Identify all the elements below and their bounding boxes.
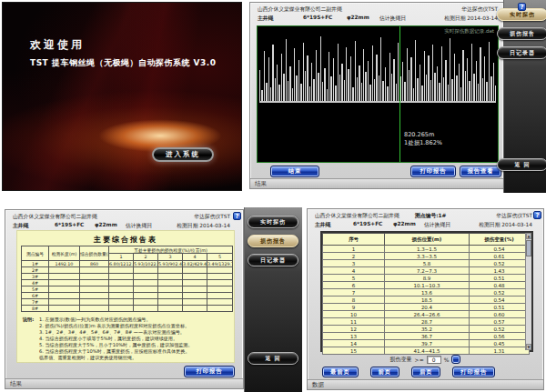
scroll-up-icon[interactable]: ▲	[526, 233, 531, 239]
stop-button[interactable]: 结束	[270, 166, 319, 177]
waveform-bar	[369, 85, 370, 101]
table-cell	[183, 286, 207, 293]
nav-button-3[interactable]: 打印报告	[452, 367, 495, 377]
table-row[interactable]: 1026.4~26.60.60	[323, 311, 530, 318]
table-cell: 20.4	[385, 304, 470, 311]
help-icon[interactable]: ?	[233, 212, 241, 220]
waveform-bar	[428, 55, 429, 101]
back-button[interactable]: 返 回	[248, 352, 298, 365]
table-row[interactable]: 1128.70.57	[323, 318, 530, 326]
table-cell	[183, 293, 207, 299]
menu-item-2[interactable]: 日记录器	[248, 254, 298, 266]
sidebar-menu-realtime: 实时探伤损伤报告日记录器返 回	[503, 0, 546, 193]
menu-item-1[interactable]: 损伤报告	[497, 27, 546, 40]
notes-list: 1. 左侧显示(数值)一列为采数点对应损伤的测点编号。2. 损伤(%)/损伤点(…	[39, 317, 230, 361]
menu-item-1[interactable]: 损伤报告	[248, 235, 298, 247]
waveform-bar	[417, 78, 418, 101]
filter-apply-button[interactable]	[451, 355, 460, 364]
cursor-line[interactable]	[399, 26, 400, 162]
damage-list-window: ? 山西介休义棠煤业有限公司二副井绳 测点编号:1# 华达探伤仪TST 主井绳 …	[307, 208, 544, 390]
company-name: 山西介休义棠煤业有限公司二副井绳	[13, 213, 97, 221]
waveform-bar	[380, 37, 381, 101]
waveform-bar	[259, 70, 260, 101]
waveform-bar	[352, 87, 353, 101]
table-cell: 0.51	[470, 304, 530, 311]
table-cell: 6#	[22, 293, 49, 299]
table-cell	[109, 286, 134, 293]
waveform-bar	[305, 71, 306, 101]
waveform-bar	[283, 74, 284, 101]
waveform-bar	[277, 65, 278, 101]
table-cell: 41.4~41.5	[385, 347, 470, 355]
table-row[interactable]: 11.3~1.50.54	[323, 246, 530, 253]
waveform-bar	[329, 52, 329, 101]
note-line: 6. 当综合损伤程度大于10%时，属重度损伤，应按相应标准作具体更换。	[39, 348, 230, 355]
filter-value-input[interactable]: 0	[427, 356, 441, 364]
table-cell	[207, 299, 233, 306]
view-report-button[interactable]: 报告查看	[460, 166, 501, 177]
enter-system-button[interactable]: 进入系统	[152, 147, 214, 162]
help-icon[interactable]: ?	[518, 3, 526, 11]
table-row[interactable]: 818.50.54	[323, 297, 530, 304]
waveform-bar	[270, 87, 271, 101]
menu-item-2[interactable]: 日记录器	[497, 46, 546, 59]
print-report-button[interactable]: 打印报告	[184, 366, 235, 377]
status-bar: 结果	[5, 378, 243, 388]
table-cell	[134, 286, 158, 293]
table-cell	[49, 299, 80, 306]
waveform-bar	[268, 57, 269, 101]
nav-button-2[interactable]: 后页	[411, 367, 440, 377]
inspection-date: 检测日期 2014-03-14	[177, 222, 230, 230]
table-row[interactable]: 713.60.52	[323, 289, 530, 297]
waveform-bar	[404, 82, 405, 101]
table-cell: 1#	[22, 261, 49, 267]
table-cell	[183, 274, 207, 280]
scroll-down-icon[interactable]: ▼	[526, 344, 531, 350]
table-cell	[49, 286, 80, 293]
waveform-bar	[313, 79, 314, 101]
menu-item-0[interactable]: 实时探伤	[248, 216, 298, 228]
table-cell: 2#	[22, 267, 49, 274]
table-row[interactable]: 1541.4~41.51.31	[323, 347, 530, 355]
table-row[interactable]: 1336.70.56	[323, 333, 530, 340]
due-label: 估计换绳日	[379, 15, 406, 23]
waveform-bar	[309, 86, 310, 101]
help-icon[interactable]: ?	[533, 211, 541, 219]
back-button[interactable]: 返 回	[497, 158, 546, 171]
table-row[interactable]: 920.40.51	[323, 304, 530, 311]
table-cell	[158, 299, 183, 306]
waveform-bar	[376, 55, 377, 101]
scrollbar[interactable]: ▲ ▼	[525, 233, 531, 350]
waveform-bar	[357, 77, 358, 101]
report-page: 主要综合报告表 测点编号 检测长度(m) 综合损伤数量(处) 五处主要损伤的损伤…	[16, 230, 235, 363]
note-line: 3. 1#、2#、3#、4#、5#、6#、7#、8# 一一表示对应测点编号。	[39, 329, 230, 336]
device-name: 华达探伤仪TST	[461, 5, 498, 14]
scroll-thumb[interactable]	[526, 240, 531, 256]
cursor-position-label: 820.265m	[404, 131, 434, 138]
nav-button-1[interactable]: 前页	[370, 367, 399, 377]
table-row[interactable]: 47.2~7.31.43	[323, 267, 530, 275]
waveform-bar	[330, 76, 331, 101]
waveform-bar	[372, 45, 373, 101]
print-report-button[interactable]: 打印报告	[410, 166, 456, 177]
table-cell	[80, 299, 109, 306]
table-row[interactable]: 23.3~3.50.61	[323, 253, 530, 260]
table-cell: 12	[323, 326, 385, 333]
table-cell	[207, 306, 233, 312]
damage-table-container: 序号 损伤位置(m) 损伤变量(%) 11.3~1.50.5423.3~3.50…	[320, 231, 533, 352]
table-row[interactable]: 35.80.52	[323, 260, 530, 267]
col-group-major-damage: 五处主要损伤的损伤程度(%)/位置(m)	[109, 246, 233, 254]
table-cell	[80, 280, 109, 286]
table-row[interactable]: 610.1~10.30.48	[323, 282, 530, 289]
nav-button-0[interactable]: 最前页	[322, 367, 359, 377]
rope-name: 主井绳	[315, 221, 330, 229]
table-row[interactable]: 58.90.51	[323, 275, 530, 282]
waveform-bar	[275, 78, 276, 101]
table-row[interactable]: 1235.20.52	[323, 326, 530, 333]
waveform-bar	[476, 61, 477, 101]
subcol-header: 1	[109, 254, 134, 261]
device-name: 华达探伤仪TST	[194, 213, 230, 221]
waveform-bar	[454, 54, 455, 101]
table-row[interactable]: 1439.70.45	[323, 340, 530, 347]
company-name: 山西介休义棠煤业有限公司二副井绳	[315, 212, 399, 220]
